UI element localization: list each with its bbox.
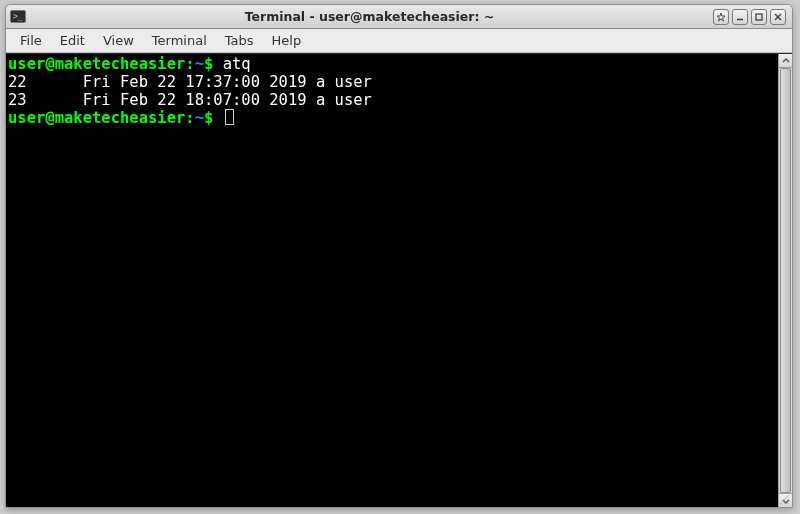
maximize-icon <box>754 12 764 22</box>
terminal-icon: >_ <box>10 9 26 25</box>
window-title: Terminal - user@maketecheasier: ~ <box>32 9 707 24</box>
svg-marker-2 <box>717 13 725 21</box>
terminal-window: >_ Terminal - user@maketecheasier: ~ Fil… <box>5 4 793 508</box>
svg-line-7 <box>780 495 789 504</box>
terminal-area: user@maketecheasier:~$ atq 22 Fri Feb 22… <box>6 53 792 507</box>
menu-edit[interactable]: Edit <box>52 30 93 51</box>
prompt-sigil: $ <box>204 109 213 127</box>
close-icon <box>773 12 783 22</box>
window-buttons <box>713 9 786 25</box>
svg-text:>_: >_ <box>13 12 23 21</box>
sticky-button[interactable] <box>713 9 729 25</box>
prompt-user-host: user@maketecheasier <box>8 55 185 73</box>
output-line: 22 Fri Feb 22 17:37:00 2019 a user <box>8 73 372 91</box>
resize-grip-icon[interactable] <box>776 493 790 505</box>
cursor <box>225 109 234 125</box>
svg-rect-4 <box>756 14 762 20</box>
menubar: File Edit View Terminal Tabs Help <box>6 29 792 53</box>
maximize-button[interactable] <box>751 9 767 25</box>
chevron-up-icon <box>782 57 790 65</box>
close-button[interactable] <box>770 9 786 25</box>
prompt-sigil: $ <box>204 55 213 73</box>
menu-view[interactable]: View <box>95 30 142 51</box>
prompt-user-host: user@maketecheasier <box>8 109 185 127</box>
svg-line-5 <box>775 14 781 20</box>
menu-terminal[interactable]: Terminal <box>144 30 215 51</box>
titlebar[interactable]: >_ Terminal - user@maketecheasier: ~ <box>6 5 792 29</box>
menu-file[interactable]: File <box>12 30 50 51</box>
scroll-thumb[interactable] <box>780 68 791 493</box>
scroll-track[interactable] <box>779 68 792 493</box>
svg-line-6 <box>775 14 781 20</box>
minimize-icon <box>735 12 745 22</box>
terminal-output[interactable]: user@maketecheasier:~$ atq 22 Fri Feb 22… <box>6 54 778 507</box>
scroll-up-button[interactable] <box>779 54 792 68</box>
output-line: 23 Fri Feb 22 18:07:00 2019 a user <box>8 91 372 109</box>
prompt-path: ~ <box>195 55 204 73</box>
prompt-colon: : <box>185 109 194 127</box>
prompt-path: ~ <box>195 109 204 127</box>
svg-line-9 <box>788 503 789 504</box>
menu-tabs[interactable]: Tabs <box>217 30 262 51</box>
prompt-colon: : <box>185 55 194 73</box>
menu-help[interactable]: Help <box>264 30 310 51</box>
sticky-icon <box>716 12 726 22</box>
scrollbar[interactable] <box>778 54 792 507</box>
minimize-button[interactable] <box>732 9 748 25</box>
command-text: atq <box>223 55 251 73</box>
